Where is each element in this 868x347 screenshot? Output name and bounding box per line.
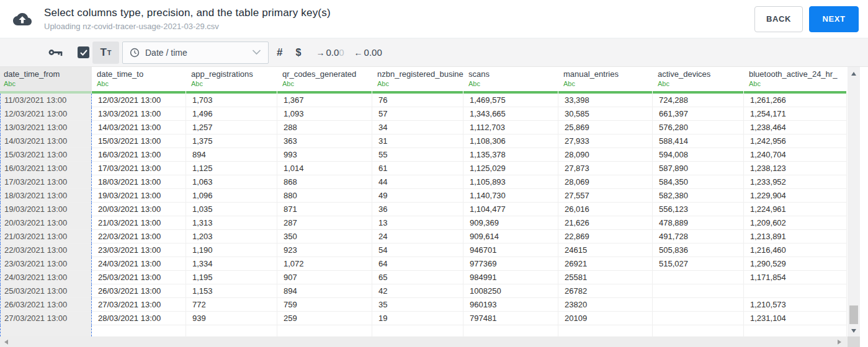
column-header-active_devices[interactable]: active_devicesAbc [653,67,744,94]
cell[interactable]: 26/03/2021 13:00 [0,298,92,312]
horizontal-scrollbar[interactable] [0,336,848,347]
cell[interactable]: 27/03/2021 13:00 [92,298,186,312]
cell[interactable]: 584,350 [653,175,744,189]
cell[interactable]: 27,557 [558,189,653,203]
cell[interactable]: 491,728 [653,230,744,244]
cell[interactable]: 26/03/2021 13:00 [92,284,186,298]
cell[interactable]: 1,195 [186,271,277,284]
cell[interactable]: 1,238,123 [744,162,847,175]
cell[interactable]: 14/03/2021 13:00 [0,134,92,148]
cell[interactable] [653,298,744,312]
cell[interactable]: 55 [372,148,463,162]
cell[interactable]: 1,190 [186,244,277,257]
cell[interactable]: 1,231,104 [744,312,847,325]
cell[interactable]: 36 [372,203,463,216]
cell[interactable]: 28/03/2021 13:00 [92,312,186,325]
cell[interactable]: 24/03/2021 13:00 [92,257,186,271]
cell[interactable]: 1,290,529 [744,257,847,271]
cell[interactable]: 24615 [558,244,653,257]
cell[interactable]: 1,072 [277,257,372,271]
cell[interactable]: 576,280 [653,121,744,134]
cell[interactable]: 939 [186,312,277,325]
cell[interactable]: 1,254,171 [744,107,847,121]
cell[interactable]: 25581 [558,271,653,284]
cell[interactable]: 1,496 [186,107,277,121]
cell[interactable]: 1,125 [186,162,277,175]
cell[interactable]: 13 [372,216,463,230]
cell[interactable] [653,284,744,298]
column-header-qr_codes_generated[interactable]: qr_codes_generatedAbc [277,67,372,94]
cell[interactable]: 1,014 [277,162,372,175]
cell[interactable]: 1,210,573 [744,298,847,312]
primary-key-icon[interactable] [48,48,63,57]
cell[interactable]: 21/03/2021 13:00 [92,216,186,230]
cell[interactable]: 871 [277,203,372,216]
cell[interactable]: 17/03/2021 13:00 [92,162,186,175]
cell[interactable]: 64 [372,257,463,271]
cell[interactable]: 16/03/2021 13:00 [92,148,186,162]
cell[interactable]: 16/03/2021 13:00 [0,162,92,175]
column-header-date_time_from[interactable]: date_time_fromAbc [0,67,92,94]
cell[interactable]: 1,105,893 [463,175,558,189]
cell[interactable]: 28,090 [558,148,653,162]
cell[interactable]: 14/03/2021 13:00 [92,121,186,134]
cell[interactable]: 478,889 [653,216,744,230]
cell[interactable]: 65 [372,271,463,284]
cell[interactable]: 27,933 [558,134,653,148]
cell[interactable]: 1,238,464 [744,121,847,134]
cell[interactable]: 22/03/2021 13:00 [92,230,186,244]
cell[interactable]: 34 [372,121,463,134]
cell[interactable]: 350 [277,230,372,244]
column-header-manual_entries[interactable]: manual_entriesAbc [558,67,653,94]
cell[interactable]: 76 [372,94,463,107]
cell[interactable] [653,271,744,284]
column-header-app_registrations[interactable]: app_registrationsAbc [186,67,277,94]
cell[interactable]: 1,367 [277,94,372,107]
cell[interactable]: 24/03/2021 13:00 [0,271,92,284]
scroll-up-arrow-icon[interactable] [851,72,856,76]
cell[interactable]: 1,135,378 [463,148,558,162]
cell[interactable]: 923 [277,244,372,257]
cell[interactable]: 909,369 [463,216,558,230]
cell[interactable]: 13/03/2021 13:00 [92,107,186,121]
cell[interactable]: 1,703 [186,94,277,107]
cell[interactable]: 1,469,575 [463,94,558,107]
cell[interactable]: 22,869 [558,230,653,244]
cell[interactable]: 868 [277,175,372,189]
cell[interactable]: 18/03/2021 13:00 [92,175,186,189]
cell[interactable]: 12/03/2021 13:00 [92,94,186,107]
cell[interactable]: 21/03/2021 13:00 [0,230,92,244]
cell[interactable]: 984991 [463,271,558,284]
cell[interactable]: 61 [372,162,463,175]
cell[interactable]: 724,288 [653,94,744,107]
include-column-checkbox[interactable] [78,46,89,58]
cell[interactable]: 587,890 [653,162,744,175]
cell[interactable]: 31 [372,134,463,148]
cell[interactable]: 1,140,730 [463,189,558,203]
cell[interactable] [744,284,847,298]
cell[interactable]: 1,213,891 [744,230,847,244]
cell[interactable]: 27/03/2021 13:00 [0,312,92,325]
cell[interactable]: 1,035 [186,203,277,216]
currency-type-button[interactable]: $ [295,47,301,58]
cell[interactable]: 1,375 [186,134,277,148]
cell[interactable]: 1,125,029 [463,162,558,175]
cell[interactable]: 57 [372,107,463,121]
cell[interactable]: 25,869 [558,121,653,134]
cell[interactable]: 26782 [558,284,653,298]
cell[interactable]: 594,008 [653,148,744,162]
cell[interactable]: 1,093 [277,107,372,121]
column-header-scans[interactable]: scansAbc [463,67,558,94]
cell[interactable]: 35 [372,298,463,312]
cell[interactable]: 661,397 [653,107,744,121]
cell[interactable]: 1,257 [186,121,277,134]
cell[interactable]: 1,233,952 [744,175,847,189]
increase-decimal-button[interactable]: → 0.0 0 [316,47,344,58]
cell[interactable]: 28,069 [558,175,653,189]
cell[interactable]: 1,242,956 [744,134,847,148]
cell[interactable]: 15/03/2021 13:00 [0,148,92,162]
cell[interactable]: 26921 [558,257,653,271]
cell[interactable]: 25/03/2021 13:00 [92,271,186,284]
cell[interactable]: 1,171,854 [744,271,847,284]
number-type-button[interactable]: # [277,46,282,59]
